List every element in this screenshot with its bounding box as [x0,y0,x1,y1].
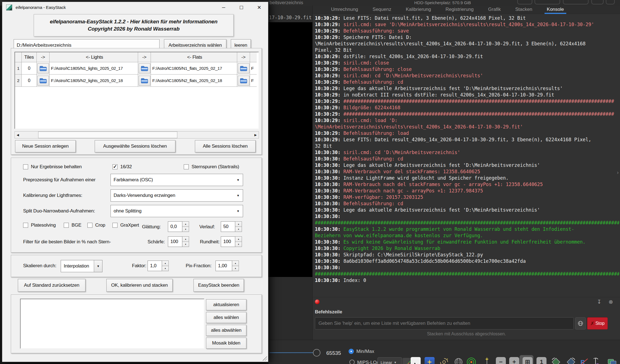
pix-fraction-spinner[interactable]: 1,00 ▲▼ [215,261,239,271]
tab-grafik[interactable]: Grafik [487,6,502,14]
bitdepth-checkbox[interactable]: 16/32 [112,164,132,170]
scroll-left-icon[interactable]: ◀ [15,132,21,138]
keep-results-checkbox[interactable]: Nur Ergebnisse behalten [23,164,82,170]
minmax-radio[interactable] [349,349,354,354]
build-mosaic-button[interactable]: Mosaik bilden [206,338,246,349]
titlebar[interactable]: eifelpanorama - EasyStack ─ ☐ ✕ [2,2,268,13]
lights-path[interactable]: F:/Astro/IC1805/N1_lights_2025_02_17 [50,62,138,75]
command-input[interactable] [315,317,574,330]
mips-radio[interactable] [349,360,355,364]
rotate-right-image-icon[interactable] [566,357,576,364]
scale-method-dropdown[interactable]: Interpolation▼ [61,260,102,272]
close-icon[interactable]: ✕ [250,2,268,13]
gradient-spinner[interactable]: 50 ▲▼ [221,221,242,232]
checkbox-box[interactable] [64,223,69,228]
checkbox-box[interactable] [23,223,28,228]
spin-up-icon[interactable]: ▲ [232,261,239,266]
background-toolbar-button[interactable] [535,0,560,4]
browse-darks-button[interactable] [238,63,249,73]
globe-grid-icon[interactable] [453,357,464,364]
stop-button[interactable]: ✗ Stop [587,317,608,330]
star-photo-icon[interactable] [424,357,435,364]
zoom-one-button[interactable]: 1 [536,357,547,364]
spin-down-icon[interactable]: ▼ [235,227,242,232]
factor-spinner[interactable]: 1,0 ▲▼ [148,261,169,271]
background-toolbar-button[interactable] [591,0,604,4]
tab-stacken[interactable]: Stacken [514,6,533,14]
bw-photo-icon[interactable] [410,357,421,364]
split-dropdown[interactable]: ohne Splitting▼ [111,205,243,217]
smoothing-spinner[interactable]: 0,0 ▲▼ [168,221,189,232]
resize-grip[interactable] [262,356,267,361]
info-header-button[interactable]: eifelpanorama-EasyStack 1.2.2 - Hier kli… [34,14,234,36]
spin-down-icon[interactable]: ▼ [162,266,169,271]
tab-umrechnung[interactable]: Umrechnung [330,6,359,14]
scrollbar-thumb[interactable] [38,132,177,138]
console-log[interactable]: 10:30:29: Lese FITS: Datei result.fit, 3… [313,14,620,297]
sharpness-spinner[interactable]: 100 ▲▼ [168,236,189,247]
level-slider-track[interactable] [269,352,316,353]
pane-handle-icon[interactable]: › [617,170,619,175]
calibration-dropdown[interactable]: Darks-Verwendung erzwingen▼ [111,189,243,202]
command-help-button[interactable] [575,317,586,330]
background-toolbar-button[interactable] [517,0,532,4]
mirror-y-icon[interactable]: R [590,357,601,364]
flats-path[interactable]: F:/Astro/IC1805/N2_flats_2025_02_18 [151,75,237,87]
star-line-icon[interactable] [482,357,492,364]
refresh-button[interactable]: aktualisieren [206,299,246,310]
browse-flats-button[interactable] [139,76,150,86]
flats-path[interactable]: F:/Astro/IC1805/N1_flats_2025_02_17 [151,62,237,75]
spin-up-icon[interactable]: ▲ [182,236,189,242]
target-rings-icon[interactable] [466,357,477,364]
new-session-button[interactable]: Neue Session anlegen [15,140,76,152]
mosaic-listbox[interactable] [20,299,204,349]
checkbox-box[interactable] [23,164,28,169]
checkbox-box[interactable] [112,223,117,228]
checkbox-box[interactable] [87,223,92,228]
spin-up-icon[interactable]: ▲ [235,236,242,242]
bge-checkbox[interactable]: BGE [64,222,81,228]
spin-down-icon[interactable]: ▼ [182,227,189,232]
tiles-value[interactable]: 0 [22,62,37,75]
deselect-all-button[interactable]: alles abwählen [206,325,246,336]
minimize-icon[interactable]: ─ [215,2,232,13]
reset-defaults-button[interactable]: Auf Standard zurücksetzen [18,279,85,292]
tiles-value[interactable]: 0 [22,75,37,87]
background-toolbar-button[interactable] [563,0,589,4]
crop-checkbox[interactable]: Crop [87,222,105,228]
checkbox-box[interactable] [112,164,117,169]
spiral-galaxy-icon[interactable] [439,357,449,364]
tab-registrierung[interactable]: Registrierung [444,6,475,14]
tab-kalibrierung[interactable]: Kalibrierung [405,6,432,14]
select-all-button[interactable]: alles wählen [206,312,246,323]
layered-images-icon[interactable] [607,357,617,364]
lights-path[interactable]: F:/Astro/IC1805/N2_lights_2025_02_18 [50,75,138,87]
ok-calibrate-stack-button[interactable]: OK, kalibrieren und stacken [106,279,173,292]
clear-log-icon[interactable]: ⊗ [609,299,613,305]
spin-up-icon[interactable]: ▲ [162,261,169,266]
graxpert-checkbox[interactable]: GraXpert [112,222,139,228]
startrails-checkbox[interactable]: Sternspuren (Startrails) [184,164,239,170]
quit-easystack-button[interactable]: EasyStack beenden [193,279,244,292]
maximize-icon[interactable]: ☐ [232,2,250,13]
stretch-mode-dropdown[interactable]: Linear ▼ [378,357,402,364]
horizontal-scrollbar[interactable]: ◀ ▶ [14,131,259,138]
image-preview-area[interactable] [268,22,312,277]
spin-down-icon[interactable]: ▼ [235,242,242,247]
browse-darks-button[interactable] [238,76,249,86]
zoom-out-button[interactable]: − [496,357,506,364]
roundness-spinner[interactable]: 100 ▲▼ [221,236,242,247]
platesolving-checkbox[interactable]: Platesolving [23,222,56,228]
browse-lights-button[interactable] [37,63,49,73]
delete-all-sessions-button[interactable]: Alle Sessions löschen [195,140,256,152]
spin-down-icon[interactable]: ▼ [182,242,189,247]
zoom-in-button[interactable]: + [509,357,519,364]
spin-up-icon[interactable]: ▲ [182,221,189,227]
checkbox-box[interactable] [184,164,189,169]
spin-up-icon[interactable]: ▲ [235,221,242,227]
level-slider-handle[interactable] [313,349,320,356]
scroll-right-icon[interactable]: ▶ [253,132,259,138]
rotate-left-image-icon[interactable] [551,357,561,364]
background-toolbar-button[interactable] [606,0,615,4]
zoom-fit-button[interactable]: ⊞ [522,357,533,364]
